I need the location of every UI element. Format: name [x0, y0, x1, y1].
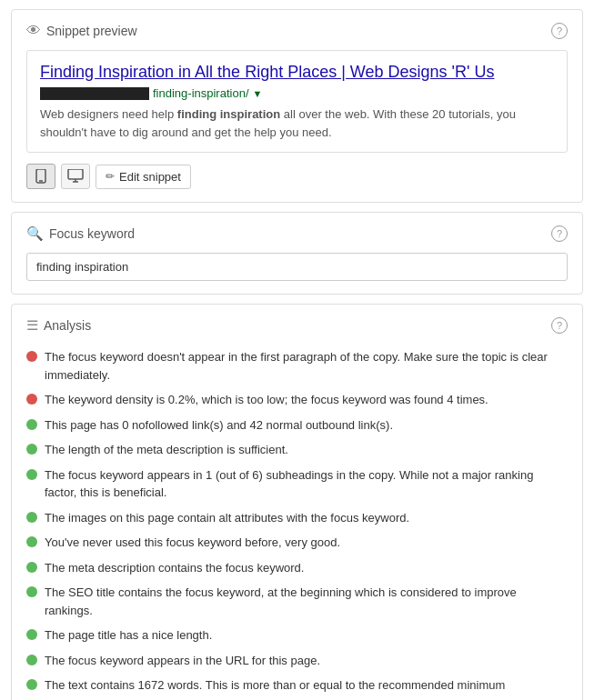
analysis-item: The focus keyword appears in 1 (out of 6…: [26, 463, 568, 505]
analysis-item: The meta description contains the focus …: [26, 555, 568, 581]
snippet-box: Finding Inspiration in All the Right Pla…: [26, 50, 568, 153]
analysis-title: Analysis: [44, 318, 91, 333]
focus-keyword-help-icon[interactable]: ?: [551, 225, 568, 242]
snippet-keyword-bold: finding inspiration: [177, 107, 280, 121]
analysis-dot: [26, 562, 37, 573]
snippet-description: Web designers need help finding inspirat…: [40, 105, 554, 141]
pencil-icon: ✏: [106, 170, 115, 183]
edit-snippet-label: Edit snippet: [119, 170, 181, 184]
analysis-item: The SEO title contains the focus keyword…: [26, 580, 568, 623]
analysis-item: The images on this page contain alt attr…: [26, 505, 568, 531]
snippet-preview-header: 👁 Snippet preview ?: [26, 23, 568, 39]
analysis-dot: [26, 469, 37, 480]
focus-keyword-header: 🔍 Focus keyword ?: [26, 225, 568, 242]
analysis-dot: [26, 586, 37, 597]
list-icon: ☰: [26, 317, 38, 334]
focus-keyword-title: Focus keyword: [49, 226, 135, 241]
analysis-dot: [26, 629, 37, 640]
analysis-dot: [26, 394, 37, 405]
mobile-icon: [35, 169, 47, 184]
analysis-text: You've never used this focus keyword bef…: [45, 534, 340, 552]
snippet-url-path: finding-inspiration/: [153, 86, 249, 100]
analysis-text: The page title has a nice length.: [45, 626, 212, 645]
snippet-preview-title-row: 👁 Snippet preview: [26, 23, 137, 39]
desktop-icon: [67, 169, 84, 184]
analysis-text: The meta description contains the focus …: [45, 559, 304, 577]
focus-keyword-input[interactable]: [26, 253, 568, 281]
analysis-item: This page has 0 nofollowed link(s) and 4…: [26, 413, 568, 438]
analysis-text: The focus keyword doesn't appear in the …: [45, 348, 568, 384]
analysis-item: The length of the meta description is su…: [26, 437, 568, 463]
analysis-item: The focus keyword doesn't appear in the …: [26, 345, 568, 387]
svg-rect-2: [68, 169, 83, 179]
snippet-preview-section: 👁 Snippet preview ? Finding Inspiration …: [11, 9, 583, 203]
snippet-preview-help-icon[interactable]: ?: [551, 23, 568, 39]
analysis-text: The length of the meta description is su…: [45, 441, 288, 459]
analysis-text: The images on this page contain alt attr…: [45, 509, 409, 527]
analysis-list: The focus keyword doesn't appear in the …: [26, 345, 568, 698]
analysis-dot: [26, 655, 37, 665]
analysis-text: The text contains 1672 words. This is mo…: [45, 676, 505, 695]
snippet-url-block: [40, 87, 149, 100]
snippet-url-row: finding-inspiration/ ▼: [40, 86, 554, 100]
focus-keyword-section: 🔍 Focus keyword ?: [11, 212, 583, 295]
analysis-text: The SEO title contains the focus keyword…: [45, 584, 568, 619]
focus-keyword-title-row: 🔍 Focus keyword: [26, 225, 135, 242]
analysis-dot: [26, 419, 37, 430]
analysis-dot: [26, 679, 37, 690]
analysis-item: The text contains 1672 words. This is mo…: [26, 673, 568, 698]
analysis-help-icon[interactable]: ?: [551, 317, 568, 334]
analysis-item: The page title has a nice length.: [26, 623, 568, 648]
analysis-dot: [26, 351, 37, 362]
analysis-item: The focus keyword appears in the URL for…: [26, 648, 568, 674]
snippet-title[interactable]: Finding Inspiration in All the Right Pla…: [40, 62, 554, 83]
analysis-title-row: ☰ Analysis: [26, 317, 91, 334]
analysis-text: The focus keyword appears in 1 (out of 6…: [45, 466, 568, 502]
analysis-dot: [26, 444, 37, 455]
edit-snippet-button[interactable]: ✏ Edit snippet: [96, 165, 191, 189]
analysis-text: This page has 0 nofollowed link(s) and 4…: [45, 416, 393, 435]
analysis-section: ☰ Analysis ? The focus keyword doesn't a…: [11, 304, 583, 700]
analysis-item: You've never used this focus keyword bef…: [26, 530, 568, 555]
analysis-item: The keyword density is 0.2%, which is to…: [26, 387, 568, 413]
analysis-text: The keyword density is 0.2%, which is to…: [45, 391, 488, 409]
desktop-device-btn[interactable]: [61, 164, 90, 189]
analysis-dot: [26, 536, 37, 547]
snippet-url-arrow: ▼: [253, 88, 263, 99]
analysis-dot: [26, 512, 37, 523]
analysis-header: ☰ Analysis ?: [26, 317, 568, 334]
mobile-device-btn[interactable]: [26, 164, 55, 189]
device-row: ✏ Edit snippet: [26, 164, 568, 189]
snippet-preview-title: Snippet preview: [46, 24, 137, 38]
search-icon: 🔍: [26, 225, 44, 242]
analysis-text: The focus keyword appears in the URL for…: [45, 652, 320, 670]
eye-icon: 👁: [26, 23, 41, 39]
